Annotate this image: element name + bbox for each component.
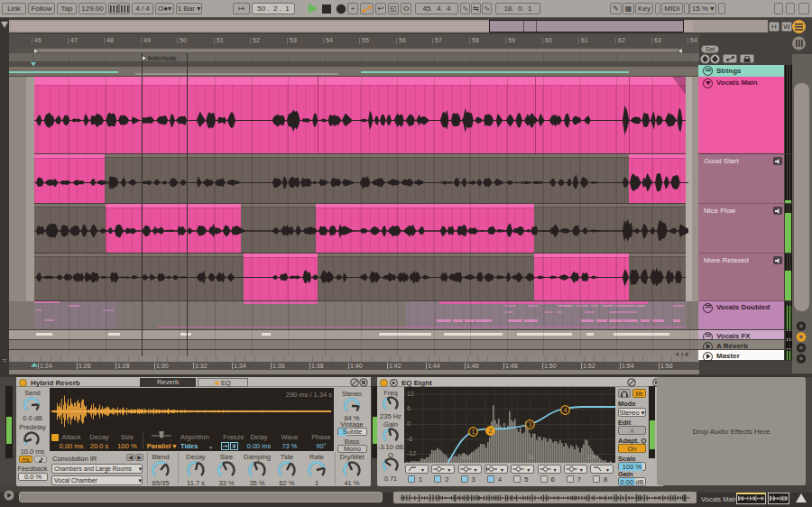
svg-text:3: 3 (528, 421, 531, 428)
svg-text:2: 2 (488, 428, 492, 434)
svg-text:4: 4 (563, 407, 567, 413)
svg-text:1: 1 (471, 429, 475, 435)
